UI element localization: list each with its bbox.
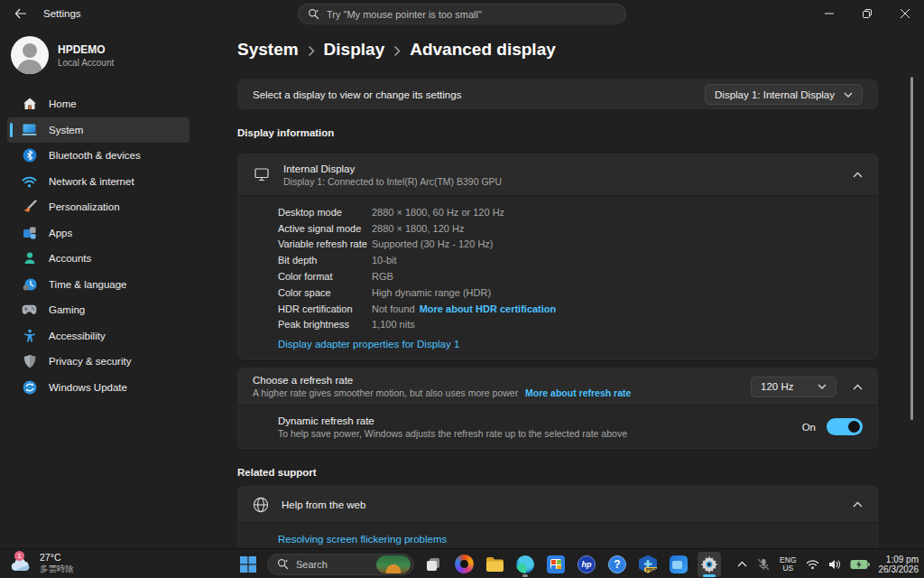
settings-window: Settings Try "My mouse pointer is too sm… — [0, 0, 924, 578]
update-icon — [22, 379, 37, 395]
window-title: Settings — [43, 8, 81, 19]
volume-icon[interactable] — [828, 559, 841, 570]
sidebar-item-privacy-security[interactable]: Privacy & security — [7, 349, 189, 375]
search-icon — [308, 8, 319, 20]
dynamic-refresh-rate-toggle[interactable] — [827, 418, 863, 435]
hp-support-button[interactable]: hp — [575, 552, 598, 577]
main-content: System Display Advanced display Select a… — [226, 27, 924, 548]
notification-badge: 1 — [14, 551, 24, 561]
info-row-hdr-certification: HDR certification Not found More about H… — [278, 301, 863, 317]
refresh-rate-card: Choose a refresh rate A higher rate give… — [237, 368, 878, 405]
info-row-desktop-mode: Desktop mode 2880 × 1800, 60 Hz or 120 H… — [278, 204, 863, 220]
minimize-button[interactable] — [810, 0, 848, 27]
taskbar-search-box[interactable]: Search — [267, 554, 414, 575]
battery-charging-icon[interactable] — [850, 559, 870, 570]
display-adapter-properties-link[interactable]: Display adapter properties for Display 1 — [278, 339, 459, 350]
info-row-variable-refresh-rate: Variable refresh rate Supported (30 Hz -… — [278, 237, 863, 253]
chevron-up-icon[interactable] — [853, 384, 863, 390]
language-indicator[interactable]: ENG US — [780, 556, 796, 573]
info-row-active-signal-mode: Active signal mode 2880 × 1800, 120 Hz — [278, 220, 863, 237]
settings-app-button[interactable] — [698, 552, 721, 577]
accessibility-icon — [22, 328, 37, 343]
apps-icon — [22, 225, 37, 240]
outlook-button[interactable] — [667, 552, 690, 577]
window-controls — [810, 0, 924, 27]
display-information-body: Desktop mode 2880 × 1800, 60 Hz or 120 H… — [238, 195, 877, 359]
user-account-block[interactable]: HPDEMO Local Account — [11, 36, 226, 74]
file-explorer-button[interactable] — [483, 552, 506, 577]
pro-app-button[interactable]: PRO — [636, 552, 660, 577]
chevron-up-icon[interactable] — [853, 172, 863, 178]
close-icon — [901, 9, 910, 18]
breadcrumb-display[interactable]: Display — [324, 40, 385, 60]
back-arrow-icon — [14, 8, 27, 19]
settings-search-box[interactable]: Try "My mouse pointer is too small" — [298, 4, 626, 24]
sidebar-item-personalization[interactable]: Personalization — [7, 194, 189, 220]
hp-logo-icon: hp — [578, 555, 596, 573]
refresh-rate-subtitle: A higher rate gives smoother motion, but… — [253, 387, 631, 398]
back-button[interactable] — [7, 0, 34, 27]
sidebar-item-apps[interactable]: Apps — [7, 220, 189, 247]
sidebar-item-network-internet[interactable]: Network & internet — [7, 169, 189, 195]
sidebar-item-accounts[interactable]: Accounts — [7, 246, 189, 272]
help-from-web-title: Help from the web — [282, 499, 365, 510]
restore-icon — [863, 9, 872, 18]
hdr-certification-link[interactable]: More about HDR certification — [420, 303, 557, 314]
internal-display-title: Internal Display — [283, 163, 502, 174]
breadcrumb-system[interactable]: System — [237, 40, 299, 60]
chevron-up-icon[interactable] — [853, 501, 863, 508]
sidebar-item-accessibility[interactable]: Accessibility — [7, 323, 189, 350]
taskbar: 1 27°C 多雲時陰 Search — [0, 548, 924, 578]
vertical-scrollbar[interactable] — [910, 77, 913, 420]
search-icon — [277, 558, 289, 570]
internal-display-subtitle: Display 1: Connected to Intel(R) Arc(TM)… — [283, 176, 502, 187]
info-row-color-format: Color format RGB — [278, 268, 863, 284]
microsoft-365-button[interactable] — [452, 552, 476, 577]
windows-logo-icon — [240, 556, 256, 573]
microsoft-edge-button[interactable] — [513, 552, 537, 577]
select-display-label: Select a display to view or change its s… — [253, 89, 461, 100]
bluetooth-icon — [22, 148, 37, 163]
sidebar-item-windows-update[interactable]: Windows Update — [7, 375, 189, 401]
wifi-status-icon[interactable] — [806, 559, 819, 570]
weather-widget[interactable]: 1 27°C 多雲時陰 — [9, 552, 74, 575]
microsoft-365-icon — [455, 555, 474, 573]
start-button[interactable] — [236, 552, 260, 577]
chevron-right-icon — [308, 45, 315, 57]
system-tray: ENG US 1:09 pm 26/3/2026 — [737, 549, 919, 578]
wifi-icon — [22, 173, 37, 189]
pro-app-icon: PRO — [639, 555, 657, 573]
microphone-muted-icon[interactable] — [756, 558, 771, 571]
internal-display-expander[interactable]: Internal Display Display 1: Connected to… — [238, 154, 877, 195]
hidden-icons-chevron[interactable] — [737, 561, 747, 567]
screen-flickering-link[interactable]: Resolving screen flickering problems — [278, 534, 447, 545]
close-button[interactable] — [886, 0, 924, 27]
sidebar-item-time-language[interactable]: Time & language — [7, 272, 189, 298]
get-help-button[interactable]: ? — [605, 552, 629, 577]
user-name: HPDEMO — [58, 43, 114, 56]
user-account-type: Local Account — [58, 58, 114, 68]
search-placeholder: Try "My mouse pointer is too small" — [327, 9, 482, 20]
weather-cloud-icon: 1 — [9, 553, 32, 574]
task-view-button[interactable] — [421, 552, 445, 577]
sidebar-item-home[interactable]: Home — [7, 91, 189, 117]
microsoft-store-button[interactable] — [544, 552, 568, 577]
taskbar-clock[interactable]: 1:09 pm 26/3/2026 — [879, 555, 919, 574]
date-text: 26/3/2026 — [879, 564, 919, 574]
more-about-refresh-rate-link[interactable]: More about refresh rate — [525, 387, 631, 398]
dynamic-refresh-rate-title: Dynamic refresh rate — [278, 415, 627, 426]
sidebar-item-system[interactable]: System — [7, 117, 189, 144]
refresh-rate-dropdown[interactable]: 120 Hz — [751, 377, 836, 397]
titlebar: Settings Try "My mouse pointer is too sm… — [0, 0, 924, 27]
restore-button[interactable] — [848, 0, 886, 27]
outlook-icon — [670, 555, 688, 573]
sidebar-item-gaming[interactable]: Gaming — [7, 297, 189, 323]
microsoft-edge-icon — [516, 555, 534, 573]
weather-temperature: 27°C — [40, 552, 74, 563]
gamepad-icon — [22, 303, 37, 318]
sidebar: HPDEMO Local Account Home System — [0, 27, 226, 548]
help-from-web-card[interactable]: Help from the web — [237, 486, 878, 522]
sidebar-item-bluetooth-devices[interactable]: Bluetooth & devices — [7, 143, 189, 169]
display-select-dropdown[interactable]: Display 1: Internal Display — [705, 84, 863, 105]
weather-condition: 多雲時陰 — [40, 564, 74, 575]
